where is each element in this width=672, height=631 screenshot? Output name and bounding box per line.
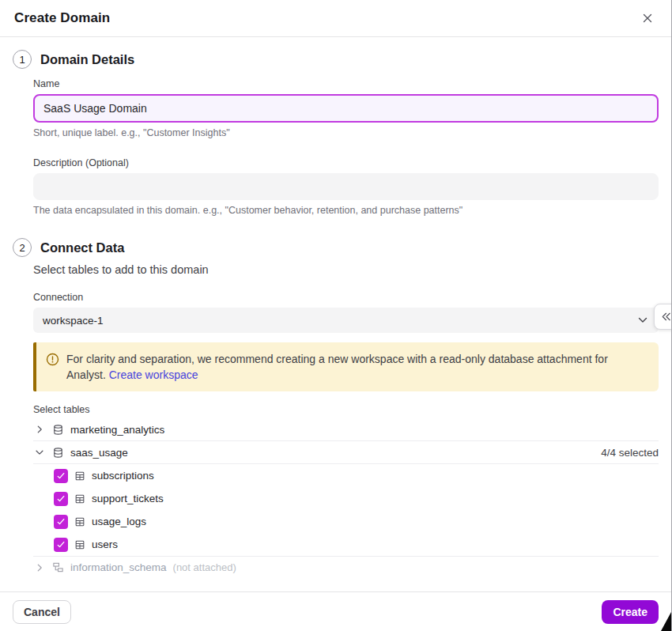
step-2-body: Select tables to add to this domain Conn…	[33, 263, 659, 578]
step-2-subtitle: Select tables to add to this domain	[33, 263, 659, 276]
connection-label: Connection	[33, 292, 659, 303]
workspace-recommendation-callout: For clarity and separation, we recommend…	[33, 342, 659, 391]
checkbox-checked[interactable]	[54, 492, 68, 506]
description-label: Description (Optional)	[33, 157, 659, 168]
check-icon	[56, 494, 66, 504]
create-button[interactable]: Create	[602, 600, 659, 624]
name-input[interactable]	[33, 94, 659, 123]
database-name: marketing_analytics	[70, 424, 164, 436]
table-grid-icon	[74, 470, 85, 482]
chevron-down-icon[interactable]	[33, 446, 46, 459]
step-1-number: 1	[13, 50, 32, 69]
alert-circle-icon	[46, 353, 59, 383]
description-input[interactable]	[33, 173, 659, 200]
checkbox-checked[interactable]	[54, 469, 68, 483]
tree-row-usage-logs[interactable]: usage_logs	[54, 510, 659, 533]
modal-footer: Cancel Create	[0, 591, 671, 631]
chevron-right-icon[interactable]	[33, 561, 46, 574]
close-button[interactable]	[638, 9, 657, 28]
tables-tree: marketing_analytics saas_usage 4/4 selec…	[33, 418, 659, 578]
description-helper: The data encapsulated in this domain. e.…	[33, 205, 659, 216]
tree-row-marketing-analytics[interactable]: marketing_analytics	[33, 418, 659, 441]
tree-row-subscriptions[interactable]: subscriptions	[54, 464, 659, 487]
table-grid-icon	[74, 516, 85, 527]
table-name: support_tickets	[92, 493, 164, 504]
checkbox-checked[interactable]	[54, 538, 68, 552]
select-tables-label: Select tables	[33, 404, 659, 415]
database-icon	[52, 447, 64, 459]
check-icon	[56, 471, 66, 481]
step-1-body: Name Short, unique label. e.g., "Custome…	[33, 78, 659, 216]
step-2-header: 2 Connect Data	[13, 238, 659, 257]
collapse-panel-button[interactable]	[654, 304, 672, 330]
tree-row-users[interactable]: users	[54, 533, 659, 556]
schema-icon	[52, 561, 64, 573]
modal-content: 1 Domain Details Name Short, unique labe…	[0, 37, 671, 578]
step-1-header: 1 Domain Details	[13, 50, 659, 69]
step-1-title: Domain Details	[40, 52, 134, 67]
check-icon	[56, 517, 66, 527]
table-grid-icon	[74, 493, 85, 504]
tree-row-support-tickets[interactable]: support_tickets	[54, 487, 659, 510]
create-domain-modal: Create Domain 1 Domain Details Name Shor…	[0, 0, 671, 631]
step-2-number: 2	[13, 238, 32, 257]
modal-title: Create Domain	[14, 10, 110, 26]
chevron-right-icon[interactable]	[33, 423, 46, 436]
tree-row-saas-usage[interactable]: saas_usage 4/4 selected	[33, 441, 659, 464]
database-name: saas_usage	[70, 447, 128, 459]
close-icon	[641, 12, 654, 25]
cancel-button[interactable]: Cancel	[13, 600, 71, 624]
schema-note: (not attached)	[173, 561, 236, 573]
chevron-down-icon	[636, 314, 649, 327]
table-name: subscriptions	[92, 470, 154, 482]
callout-text: For clarity and separation, we recommend…	[66, 351, 647, 383]
double-chevron-left-icon	[660, 311, 672, 323]
table-grid-icon	[74, 539, 85, 550]
step-2-title: Connect Data	[40, 240, 124, 255]
database-icon	[52, 424, 64, 436]
schema-name: information_schema	[70, 561, 167, 573]
table-name: users	[92, 538, 118, 550]
selected-count: 4/4 selected	[601, 447, 659, 459]
name-helper: Short, unique label. e.g., "Customer Ins…	[33, 127, 659, 138]
check-icon	[56, 540, 66, 550]
table-name: usage_logs	[92, 516, 146, 527]
connection-selected-value: workspace-1	[43, 315, 104, 327]
connection-select[interactable]: workspace-1	[33, 308, 659, 333]
checkbox-checked[interactable]	[54, 515, 68, 529]
tree-row-information-schema[interactable]: information_schema (not attached)	[33, 556, 659, 578]
name-label: Name	[33, 78, 659, 89]
create-workspace-link[interactable]: Create workspace	[109, 368, 198, 381]
modal-header: Create Domain	[0, 0, 671, 37]
